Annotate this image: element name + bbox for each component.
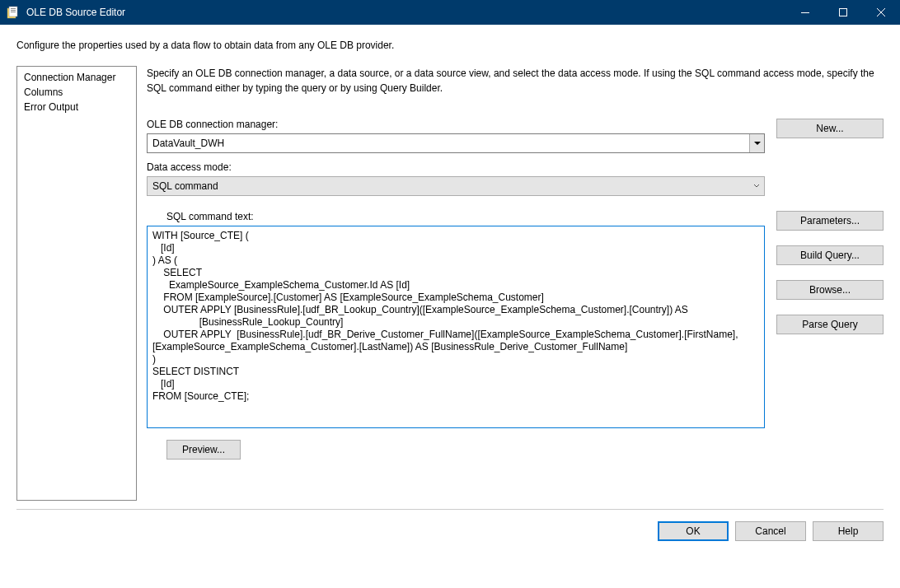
close-button[interactable] [862, 0, 900, 25]
preview-button[interactable]: Preview... [166, 440, 241, 460]
page-description: Configure the properties used by a data … [0, 25, 900, 66]
data-access-mode-input[interactable] [148, 177, 749, 195]
nav-connection-manager[interactable]: Connection Manager [22, 70, 131, 85]
data-access-mode-label: Data access mode: [147, 161, 765, 173]
nav-panel: Connection Manager Columns Error Output [16, 66, 137, 501]
browse-button[interactable]: Browse... [776, 280, 884, 300]
connection-manager-label: OLE DB connection manager: [147, 119, 765, 130]
main-panel: Specify an OLE DB connection manager, a … [147, 66, 884, 501]
titlebar: OLE DB Source Editor [0, 0, 900, 25]
chevron-down-icon [754, 140, 761, 147]
close-icon [877, 8, 885, 16]
nav-columns[interactable]: Columns [22, 85, 131, 100]
data-access-mode-dropdown-arrow[interactable] [749, 177, 764, 195]
build-query-button[interactable]: Build Query... [776, 245, 884, 265]
connection-manager-combo[interactable] [147, 133, 765, 153]
cancel-button[interactable]: Cancel [735, 521, 806, 541]
nav-error-output[interactable]: Error Output [22, 100, 131, 114]
minimize-icon [801, 12, 809, 13]
instructions-text: Specify an OLE DB connection manager, a … [147, 66, 884, 96]
window-title: OLE DB Source Editor [26, 7, 786, 18]
svg-rect-6 [840, 9, 847, 16]
sql-command-textarea[interactable] [147, 226, 765, 428]
parameters-button[interactable]: Parameters... [776, 211, 884, 231]
maximize-button[interactable] [824, 0, 862, 25]
svg-rect-3 [11, 10, 16, 11]
app-icon [7, 6, 20, 19]
svg-rect-4 [11, 12, 16, 12]
connection-manager-dropdown-arrow[interactable] [749, 134, 764, 152]
svg-rect-5 [801, 12, 809, 13]
maximize-icon [839, 8, 847, 16]
new-button[interactable]: New... [776, 119, 884, 138]
minimize-button[interactable] [786, 0, 824, 25]
svg-rect-2 [11, 8, 16, 9]
data-access-mode-combo[interactable] [147, 176, 765, 196]
parse-query-button[interactable]: Parse Query [776, 315, 884, 334]
svg-marker-9 [754, 142, 761, 145]
chevron-down-icon [753, 183, 760, 189]
sql-command-text-label: SQL command text: [166, 211, 765, 222]
connection-manager-input[interactable] [148, 134, 749, 152]
help-button[interactable]: Help [813, 521, 884, 541]
footer: OK Cancel Help [0, 510, 900, 553]
ok-button[interactable]: OK [658, 521, 729, 541]
